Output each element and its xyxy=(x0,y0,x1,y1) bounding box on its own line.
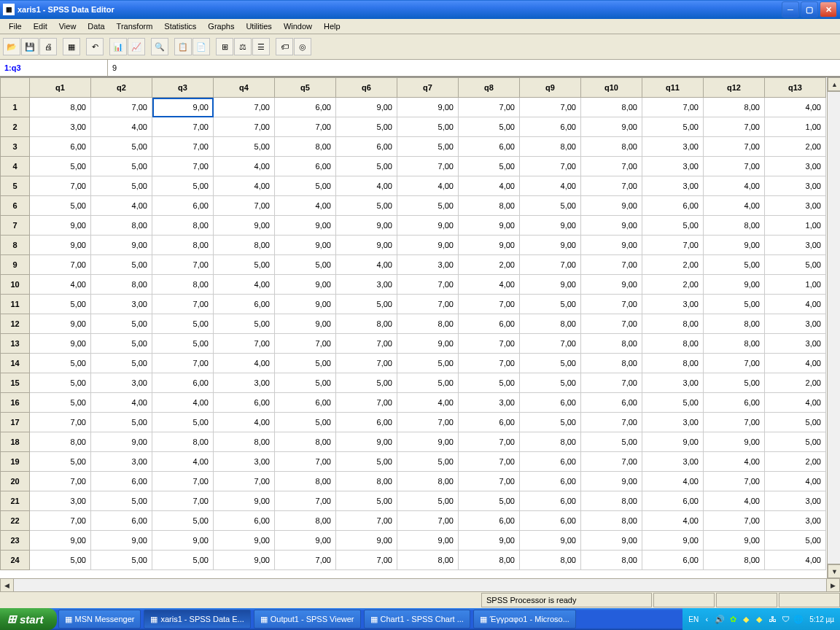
data-cell[interactable]: 7,00 xyxy=(214,196,275,216)
data-cell[interactable]: 9,00 xyxy=(214,491,275,511)
data-cell[interactable]: 6,00 xyxy=(704,393,765,413)
data-cell[interactable]: 5,00 xyxy=(397,196,459,216)
row-header[interactable]: 13 xyxy=(1,334,30,354)
data-cell[interactable]: 7,00 xyxy=(704,413,765,432)
data-cell[interactable]: 7,00 xyxy=(30,413,91,432)
data-cell[interactable]: 6,00 xyxy=(214,295,275,314)
data-cell[interactable]: 7,00 xyxy=(459,472,520,491)
data-cell[interactable]: 3,00 xyxy=(91,452,152,472)
data-cell[interactable]: 5,00 xyxy=(91,255,152,275)
data-cell[interactable]: 3,00 xyxy=(91,373,152,393)
print-button[interactable]: 🖨 xyxy=(39,38,57,55)
data-cell[interactable]: 3,00 xyxy=(765,196,826,216)
row-header[interactable]: 16 xyxy=(1,393,30,413)
data-cell[interactable]: 7,00 xyxy=(336,334,397,354)
data-cell[interactable]: 6,00 xyxy=(642,196,704,216)
data-cell[interactable]: 8,00 xyxy=(704,551,765,570)
select-button[interactable]: ☰ xyxy=(252,38,270,55)
data-cell[interactable]: 2,00 xyxy=(459,255,520,275)
data-cell[interactable]: 7,00 xyxy=(336,354,397,373)
data-cell[interactable]: 5,00 xyxy=(275,413,336,432)
data-cell[interactable]: 5,00 xyxy=(459,157,520,176)
data-cell[interactable]: 8,00 xyxy=(214,432,275,452)
data-cell[interactable]: 2,00 xyxy=(765,452,826,472)
taskbar-item[interactable]: ▦Output1 - SPSS Viewer xyxy=(254,610,361,629)
data-cell[interactable]: 5,00 xyxy=(704,295,765,314)
start-button[interactable]: ⊞ start xyxy=(0,608,57,630)
data-cell[interactable]: 9,00 xyxy=(704,432,765,452)
value-labels-button[interactable]: 🏷 xyxy=(276,38,293,55)
menu-window[interactable]: Window xyxy=(278,20,318,32)
row-header[interactable]: 5 xyxy=(1,176,30,196)
data-cell[interactable]: 8,00 xyxy=(275,511,336,531)
data-cell[interactable]: 7,00 xyxy=(152,137,214,157)
data-cell[interactable]: 9,00 xyxy=(581,117,642,137)
data-cell[interactable]: 4,00 xyxy=(91,117,152,137)
row-header[interactable]: 24 xyxy=(1,551,30,570)
data-cell[interactable]: 7,00 xyxy=(336,393,397,413)
menu-data[interactable]: Data xyxy=(82,20,110,32)
menu-edit[interactable]: Edit xyxy=(28,20,53,32)
data-cell[interactable]: 4,00 xyxy=(765,98,826,117)
data-cell[interactable]: 5,00 xyxy=(336,157,397,176)
data-cell[interactable]: 7,00 xyxy=(152,472,214,491)
data-cell[interactable]: 9,00 xyxy=(642,432,704,452)
data-cell[interactable]: 9,00 xyxy=(336,531,397,551)
maximize-button[interactable]: ▢ xyxy=(801,1,818,18)
data-cell[interactable]: 5,00 xyxy=(30,354,91,373)
data-cell[interactable]: 2,00 xyxy=(642,255,704,275)
data-cell[interactable]: 5,00 xyxy=(765,413,826,432)
data-cell[interactable]: 6,00 xyxy=(459,314,520,334)
taskbar-item[interactable]: ▦Έγγραφο1 - Microso... xyxy=(473,610,576,629)
goto-button[interactable]: 📈 xyxy=(128,38,145,55)
data-cell[interactable]: 3,00 xyxy=(765,176,826,196)
data-cell[interactable]: 8,00 xyxy=(520,432,581,452)
insert-var-button[interactable]: 📄 xyxy=(192,38,210,55)
data-cell[interactable]: 7,00 xyxy=(30,511,91,531)
data-cell[interactable]: 8,00 xyxy=(214,236,275,255)
data-cell[interactable]: 4,00 xyxy=(397,176,459,196)
data-cell[interactable]: 1,00 xyxy=(765,117,826,137)
data-cell[interactable]: 8,00 xyxy=(581,98,642,117)
data-cell[interactable]: 3,00 xyxy=(765,157,826,176)
data-cell[interactable]: 4,00 xyxy=(30,275,91,295)
data-cell[interactable]: 7,00 xyxy=(459,334,520,354)
cell-reference[interactable]: 1:q3 xyxy=(0,60,108,76)
menu-utilities[interactable]: Utilities xyxy=(240,20,277,32)
data-cell[interactable]: 7,00 xyxy=(520,255,581,275)
data-cell[interactable]: 9,00 xyxy=(336,98,397,117)
data-cell[interactable]: 8,00 xyxy=(581,551,642,570)
data-cell[interactable]: 4,00 xyxy=(642,472,704,491)
data-cell[interactable]: 7,00 xyxy=(704,472,765,491)
clock[interactable]: 5:12 µµ xyxy=(809,615,834,623)
data-cell[interactable]: 9,00 xyxy=(336,432,397,452)
data-cell[interactable]: 4,00 xyxy=(704,452,765,472)
column-header[interactable]: q4 xyxy=(214,78,275,98)
data-cell[interactable]: 6,00 xyxy=(520,117,581,137)
data-cell[interactable]: 5,00 xyxy=(642,393,704,413)
data-cell[interactable]: 9,00 xyxy=(581,236,642,255)
chart-button[interactable]: 📊 xyxy=(109,38,127,55)
data-cell[interactable]: 8,00 xyxy=(336,472,397,491)
row-header[interactable]: 12 xyxy=(1,314,30,334)
insert-case-button[interactable]: 📋 xyxy=(174,38,192,55)
data-cell[interactable]: 5,00 xyxy=(336,196,397,216)
sets-button[interactable]: ◎ xyxy=(294,38,311,55)
data-cell[interactable]: 9,00 xyxy=(275,275,336,295)
data-cell[interactable]: 5,00 xyxy=(765,432,826,452)
column-header[interactable]: q2 xyxy=(91,78,152,98)
data-cell[interactable]: 8,00 xyxy=(397,472,459,491)
row-header[interactable]: 23 xyxy=(1,531,30,551)
data-cell[interactable]: 4,00 xyxy=(642,511,704,531)
data-cell[interactable]: 8,00 xyxy=(91,216,152,236)
column-header[interactable]: q8 xyxy=(459,78,520,98)
data-cell[interactable]: 8,00 xyxy=(704,334,765,354)
data-cell[interactable]: 4,00 xyxy=(91,196,152,216)
data-cell[interactable]: 7,00 xyxy=(30,176,91,196)
data-cell[interactable]: 4,00 xyxy=(336,176,397,196)
data-cell[interactable]: 5,00 xyxy=(275,255,336,275)
data-cell[interactable]: 3,00 xyxy=(642,137,704,157)
scroll-track[interactable] xyxy=(14,578,826,592)
data-cell[interactable]: 6,00 xyxy=(459,137,520,157)
close-button[interactable]: ✕ xyxy=(820,1,837,18)
